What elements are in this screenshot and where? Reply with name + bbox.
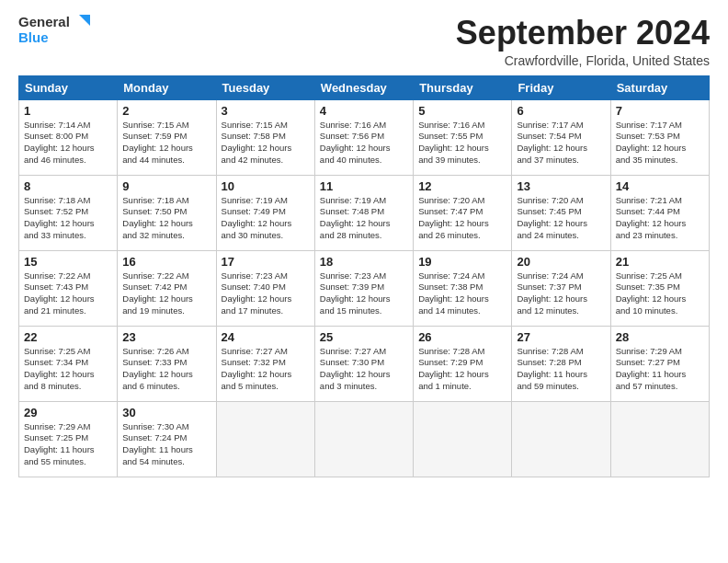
- day-number: 10: [222, 179, 310, 193]
- day-number: 15: [24, 255, 112, 269]
- day-info: Sunrise: 7:27 AMSunset: 7:32 PMDaylight:…: [222, 346, 310, 393]
- table-row: 1 Sunrise: 7:14 AMSunset: 8:00 PMDayligh…: [19, 99, 118, 175]
- day-number: 20: [517, 255, 605, 269]
- day-number: 17: [222, 255, 310, 269]
- day-number: 18: [320, 255, 408, 269]
- table-row: 4 Sunrise: 7:16 AMSunset: 7:56 PMDayligh…: [314, 99, 413, 175]
- table-row: 23 Sunrise: 7:26 AMSunset: 7:33 PMDaylig…: [118, 326, 216, 401]
- day-number: 3: [222, 104, 310, 118]
- col-monday: Monday: [118, 75, 216, 99]
- day-info: Sunrise: 7:19 AMSunset: 7:49 PMDaylight:…: [222, 195, 310, 242]
- day-info: Sunrise: 7:30 AMSunset: 7:24 PMDaylight:…: [122, 421, 210, 468]
- table-row: 13 Sunrise: 7:20 AMSunset: 7:45 PMDaylig…: [512, 175, 610, 250]
- calendar-week-row: 22 Sunrise: 7:25 AMSunset: 7:34 PMDaylig…: [19, 326, 710, 401]
- day-number: 1: [24, 104, 112, 118]
- day-number: 21: [616, 255, 704, 269]
- day-info: Sunrise: 7:17 AMSunset: 7:54 PMDaylight:…: [517, 120, 605, 167]
- day-number: 16: [122, 255, 210, 269]
- day-number: 13: [517, 179, 605, 193]
- location: Crawfordville, Florida, United States: [456, 53, 710, 68]
- col-friday: Friday: [512, 75, 610, 99]
- day-info: Sunrise: 7:21 AMSunset: 7:44 PMDaylight:…: [616, 195, 704, 242]
- table-row: 8 Sunrise: 7:18 AMSunset: 7:52 PMDayligh…: [19, 175, 118, 250]
- table-row: 14 Sunrise: 7:21 AMSunset: 7:44 PMDaylig…: [610, 175, 709, 250]
- day-number: 29: [24, 406, 112, 419]
- table-row: [610, 401, 709, 477]
- day-info: Sunrise: 7:29 AMSunset: 7:27 PMDaylight:…: [616, 346, 704, 393]
- table-row: 21 Sunrise: 7:25 AMSunset: 7:35 PMDaylig…: [610, 250, 709, 326]
- col-sunday: Sunday: [19, 75, 118, 99]
- day-number: 6: [517, 104, 605, 118]
- day-number: 19: [418, 255, 506, 269]
- day-info: Sunrise: 7:23 AMSunset: 7:40 PMDaylight:…: [222, 270, 310, 317]
- table-row: 3 Sunrise: 7:15 AMSunset: 7:58 PMDayligh…: [216, 99, 314, 175]
- day-number: 7: [616, 104, 704, 118]
- day-info: Sunrise: 7:22 AMSunset: 7:42 PMDaylight:…: [122, 270, 210, 317]
- table-row: [512, 401, 610, 477]
- day-info: Sunrise: 7:25 AMSunset: 7:35 PMDaylight:…: [616, 270, 704, 317]
- svg-marker-0: [79, 15, 90, 26]
- day-number: 4: [320, 104, 408, 118]
- day-info: Sunrise: 7:15 AMSunset: 7:59 PMDaylight:…: [122, 120, 210, 167]
- col-wednesday: Wednesday: [314, 75, 413, 99]
- header: General Blue September 2024 Crawfordvill…: [18, 15, 710, 68]
- table-row: 26 Sunrise: 7:28 AMSunset: 7:29 PMDaylig…: [414, 326, 512, 401]
- day-number: 8: [24, 179, 112, 193]
- calendar-week-row: 8 Sunrise: 7:18 AMSunset: 7:52 PMDayligh…: [19, 175, 710, 250]
- day-number: 25: [320, 330, 408, 344]
- day-info: Sunrise: 7:22 AMSunset: 7:43 PMDaylight:…: [24, 270, 112, 317]
- table-row: 16 Sunrise: 7:22 AMSunset: 7:42 PMDaylig…: [118, 250, 216, 326]
- table-row: 25 Sunrise: 7:27 AMSunset: 7:30 PMDaylig…: [314, 326, 413, 401]
- day-number: 23: [122, 330, 210, 344]
- col-tuesday: Tuesday: [216, 75, 314, 99]
- day-info: Sunrise: 7:29 AMSunset: 7:25 PMDaylight:…: [24, 421, 112, 468]
- day-number: 2: [122, 104, 210, 118]
- table-row: [216, 401, 314, 477]
- table-row: 11 Sunrise: 7:19 AMSunset: 7:48 PMDaylig…: [314, 175, 413, 250]
- day-info: Sunrise: 7:24 AMSunset: 7:37 PMDaylight:…: [517, 270, 605, 317]
- calendar-week-row: 15 Sunrise: 7:22 AMSunset: 7:43 PMDaylig…: [19, 250, 710, 326]
- day-info: Sunrise: 7:16 AMSunset: 7:55 PMDaylight:…: [418, 120, 506, 167]
- table-row: 20 Sunrise: 7:24 AMSunset: 7:37 PMDaylig…: [512, 250, 610, 326]
- day-info: Sunrise: 7:17 AMSunset: 7:53 PMDaylight:…: [616, 120, 704, 167]
- day-number: 5: [418, 104, 506, 118]
- day-number: 9: [122, 179, 210, 193]
- table-row: 10 Sunrise: 7:19 AMSunset: 7:49 PMDaylig…: [216, 175, 314, 250]
- day-number: 24: [222, 330, 310, 344]
- day-info: Sunrise: 7:28 AMSunset: 7:29 PMDaylight:…: [418, 346, 506, 393]
- day-info: Sunrise: 7:27 AMSunset: 7:30 PMDaylight:…: [320, 346, 408, 393]
- table-row: 30 Sunrise: 7:30 AMSunset: 7:24 PMDaylig…: [118, 401, 216, 477]
- day-number: 30: [122, 406, 210, 419]
- day-info: Sunrise: 7:23 AMSunset: 7:39 PMDaylight:…: [320, 270, 408, 317]
- calendar: Sunday Monday Tuesday Wednesday Thursday…: [18, 75, 710, 477]
- day-info: Sunrise: 7:25 AMSunset: 7:34 PMDaylight:…: [24, 346, 112, 393]
- day-info: Sunrise: 7:18 AMSunset: 7:50 PMDaylight:…: [122, 195, 210, 242]
- day-info: Sunrise: 7:28 AMSunset: 7:28 PMDaylight:…: [517, 346, 605, 393]
- table-row: 9 Sunrise: 7:18 AMSunset: 7:50 PMDayligh…: [118, 175, 216, 250]
- table-row: 22 Sunrise: 7:25 AMSunset: 7:34 PMDaylig…: [19, 326, 118, 401]
- header-row: Sunday Monday Tuesday Wednesday Thursday…: [19, 75, 710, 99]
- table-row: [314, 401, 413, 477]
- day-number: 26: [418, 330, 506, 344]
- table-row: [414, 401, 512, 477]
- day-number: 28: [616, 330, 704, 344]
- table-row: 24 Sunrise: 7:27 AMSunset: 7:32 PMDaylig…: [216, 326, 314, 401]
- day-info: Sunrise: 7:18 AMSunset: 7:52 PMDaylight:…: [24, 195, 112, 242]
- day-info: Sunrise: 7:20 AMSunset: 7:47 PMDaylight:…: [418, 195, 506, 242]
- day-info: Sunrise: 7:16 AMSunset: 7:56 PMDaylight:…: [320, 120, 408, 167]
- table-row: 19 Sunrise: 7:24 AMSunset: 7:38 PMDaylig…: [414, 250, 512, 326]
- logo: General Blue: [18, 15, 90, 45]
- day-number: 14: [616, 179, 704, 193]
- col-thursday: Thursday: [414, 75, 512, 99]
- table-row: 27 Sunrise: 7:28 AMSunset: 7:28 PMDaylig…: [512, 326, 610, 401]
- day-info: Sunrise: 7:15 AMSunset: 7:58 PMDaylight:…: [222, 120, 310, 167]
- table-row: 29 Sunrise: 7:29 AMSunset: 7:25 PMDaylig…: [19, 401, 118, 477]
- month-title: September 2024: [456, 15, 710, 52]
- table-row: 12 Sunrise: 7:20 AMSunset: 7:47 PMDaylig…: [414, 175, 512, 250]
- table-row: 18 Sunrise: 7:23 AMSunset: 7:39 PMDaylig…: [314, 250, 413, 326]
- day-number: 12: [418, 179, 506, 193]
- logo-text-blue: Blue: [18, 30, 49, 46]
- day-info: Sunrise: 7:26 AMSunset: 7:33 PMDaylight:…: [122, 346, 210, 393]
- day-number: 27: [517, 330, 605, 344]
- day-info: Sunrise: 7:19 AMSunset: 7:48 PMDaylight:…: [320, 195, 408, 242]
